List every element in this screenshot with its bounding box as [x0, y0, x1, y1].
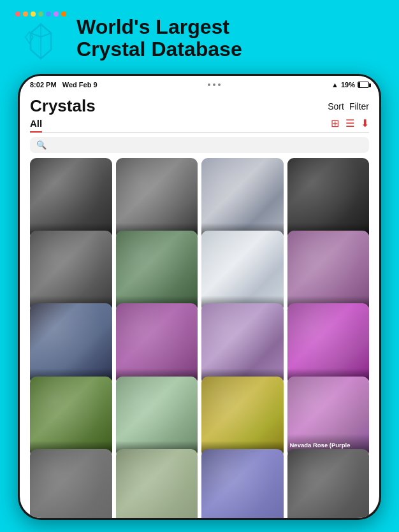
app-title: World's Largest Crystal Database [76, 16, 242, 61]
app-header: World's Largest Crystal Database [0, 0, 399, 71]
crystal-card[interactable]: Gaspeite [201, 377, 284, 459]
crystal-card[interactable]: Blue Scheelite [30, 303, 112, 385]
logo-dots [15, 11, 66, 17]
crystal-card[interactable]: Hanksite [201, 158, 284, 240]
top-bar: Crystals Sort Filter [30, 91, 369, 117]
logo-area [15, 11, 66, 65]
crystal-card[interactable]: Collawood [30, 377, 112, 459]
crystal-card[interactable]: Stichtite [116, 303, 198, 385]
search-input[interactable] [50, 140, 363, 150]
dot-6 [54, 11, 59, 17]
download-icon[interactable]: ⬇ [361, 117, 369, 129]
dot-4 [38, 11, 43, 17]
dot-1 [15, 11, 20, 17]
status-time-date: 8:02 PM Wed Feb 9 [30, 81, 98, 89]
battery-percent: 19% [341, 81, 355, 89]
crystal-card[interactable]: Green Tanzurine [116, 231, 198, 313]
list-view-icon[interactable]: ☰ [345, 117, 354, 129]
filter-button[interactable]: Filter [349, 101, 369, 111]
crystal-logo-icon [18, 19, 64, 65]
tab-bar: All ⊞ ☰ ⬇ [30, 117, 369, 133]
search-icon: 🔍 [36, 140, 47, 150]
app-content: Crystals Sort Filter All ⊞ ☰ ⬇ 🔍 [20, 91, 379, 518]
crystal-card[interactable]: Colombianite [30, 231, 112, 313]
dot-5 [46, 11, 51, 17]
crystal-card[interactable]: Nevada Rose (Purple Dumortierite) [287, 377, 370, 459]
status-dot-1 [208, 83, 210, 86]
crystal-card[interactable]: Purple Jade [201, 303, 284, 385]
crystal-grid: Apache TearsChinese Writing StoneHanksit… [30, 158, 369, 518]
crystal-card[interactable]: Apache Tears [30, 158, 112, 240]
status-center [208, 83, 221, 86]
status-dot-3 [218, 83, 221, 86]
status-right: ▲ 19% [331, 81, 369, 89]
search-bar[interactable]: 🔍 [30, 137, 369, 153]
crystal-card[interactable]: Tourmalinated Quartz [287, 158, 370, 240]
phone-frame: 8:02 PM Wed Feb 9 ▲ 19% Crystals [18, 74, 381, 520]
sort-button[interactable]: Sort [328, 101, 344, 111]
crystal-card[interactable]: Kammererite [287, 303, 370, 385]
crystal-card[interactable] [201, 449, 284, 518]
battery-icon [358, 82, 369, 88]
crystal-card[interactable] [287, 449, 370, 518]
tab-all[interactable]: All [30, 118, 42, 133]
dot-2 [23, 11, 28, 17]
sort-filter-area: Sort Filter [328, 101, 369, 111]
grid-view-icon[interactable]: ⊞ [331, 117, 339, 129]
status-bar: 8:02 PM Wed Feb 9 ▲ 19% [20, 76, 379, 91]
crystal-card[interactable]: Hiddenite [116, 377, 198, 459]
dot-3 [31, 11, 36, 17]
crystal-card[interactable]: White Calcite [201, 231, 284, 313]
page-title: Crystals [30, 96, 96, 116]
crystal-card[interactable]: Cherry Tanzurine [287, 231, 370, 313]
dot-7 [61, 11, 66, 17]
phone-inner: 8:02 PM Wed Feb 9 ▲ 19% Crystals [20, 76, 379, 518]
crystal-card[interactable] [30, 449, 112, 518]
wifi-icon: ▲ [331, 81, 338, 89]
crystal-card[interactable] [116, 449, 198, 518]
view-icons: ⊞ ☰ ⬇ [331, 117, 369, 129]
crystal-card[interactable]: Chinese Writing Stone [116, 158, 198, 240]
status-dot-2 [213, 83, 215, 86]
